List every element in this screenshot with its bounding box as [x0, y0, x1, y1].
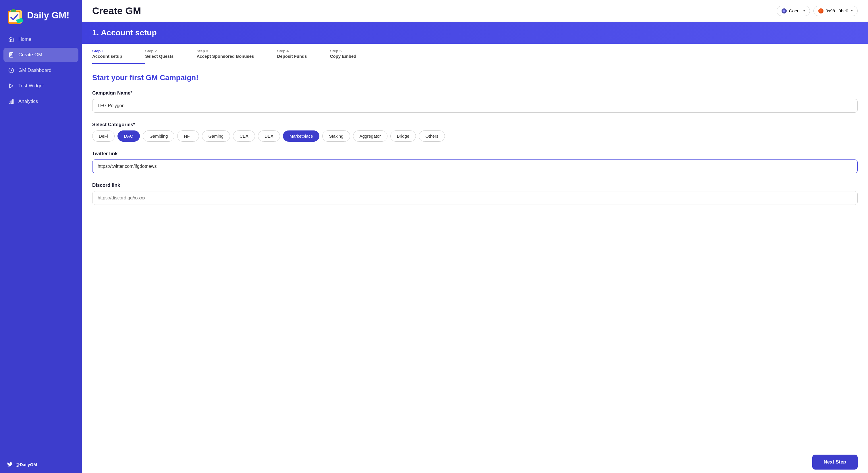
logo-text: Daily GM!	[27, 10, 69, 21]
category-tag-gaming[interactable]: Gaming	[202, 130, 230, 142]
step-5-label-top: Step 5	[330, 49, 356, 53]
twitter-link-input[interactable]	[92, 159, 858, 173]
wallet-address: 0x98...0be0	[826, 8, 848, 13]
category-tag-dao[interactable]: DAO	[118, 130, 140, 142]
page-title: Create GM	[92, 5, 141, 17]
wallet-selector[interactable]: 0x98...0be0 ▾	[813, 6, 858, 16]
app-header: Create GM Goerli ▾ 0x98...0be0 ▾	[82, 0, 868, 22]
step-4-label-top: Step 4	[277, 49, 307, 53]
categories-field: Select Categories* DeFiDAOGamblingNFTGam…	[92, 122, 858, 142]
category-tag-marketplace[interactable]: Marketplace	[283, 130, 320, 142]
step-4[interactable]: Step 4 Deposit Funds	[277, 44, 330, 64]
discord-link-field: Discord link	[92, 182, 858, 205]
twitter-link-label: Twitter link	[92, 151, 858, 157]
svg-point-18	[783, 10, 785, 12]
analytics-icon	[8, 98, 14, 105]
header-controls: Goerli ▾ 0x98...0be0 ▾	[777, 6, 858, 16]
campaign-name-input[interactable]	[92, 99, 858, 113]
sidebar-logo: Daily GM!	[0, 0, 82, 32]
next-step-button[interactable]: Next Step	[812, 454, 858, 470]
home-icon	[8, 36, 14, 42]
step-5[interactable]: Step 5 Copy Embed	[330, 44, 379, 64]
step-3[interactable]: Step 3 Accept Sponsored Bonuses	[196, 44, 277, 64]
main-area: Create GM Goerli ▾ 0x98...0be0 ▾ 1. Acco…	[82, 0, 868, 473]
svg-line-14	[11, 70, 12, 71]
sidebar-item-test-widget[interactable]: Test Widget	[3, 79, 79, 93]
twitter-icon	[7, 462, 13, 467]
step-1-label-top: Step 1	[92, 49, 122, 53]
svg-rect-16	[11, 101, 11, 104]
network-chevron-icon: ▾	[803, 9, 805, 13]
step-banner-title: 1. Account setup	[92, 28, 157, 37]
wallet-icon	[818, 8, 824, 13]
category-tag-nft[interactable]: NFT	[177, 130, 199, 142]
campaign-name-field: Campaign Name*	[92, 90, 858, 113]
category-tag-aggregator[interactable]: Aggregator	[353, 130, 388, 142]
step-2-label-bottom: Select Quests	[145, 54, 174, 59]
gm-dashboard-icon	[8, 67, 14, 73]
create-gm-icon	[8, 52, 14, 58]
category-tag-staking[interactable]: Staking	[322, 130, 350, 142]
step-3-label-top: Step 3	[196, 49, 254, 53]
network-label: Goerli	[789, 8, 801, 13]
sidebar-item-home[interactable]: Home	[3, 32, 79, 47]
sidebar-item-test-widget-label: Test Widget	[19, 83, 44, 89]
step-2[interactable]: Step 2 Select Quests	[145, 44, 196, 64]
step-4-label-bottom: Deposit Funds	[277, 54, 307, 59]
twitter-handle: @DailyGM	[16, 462, 37, 467]
sidebar: Daily GM! Home Create GM	[0, 0, 82, 473]
svg-point-7	[17, 19, 18, 20]
category-tag-others[interactable]: Others	[419, 130, 445, 142]
category-tag-bridge[interactable]: Bridge	[390, 130, 416, 142]
content-area: 1. Account setup Step 1 Account setup St…	[82, 22, 868, 473]
sidebar-item-analytics-label: Analytics	[19, 98, 38, 104]
category-tag-dex[interactable]: DEX	[258, 130, 280, 142]
svg-rect-17	[12, 99, 13, 104]
step-2-label-top: Step 2	[145, 49, 174, 53]
category-tag-defi[interactable]: DeFi	[92, 130, 115, 142]
sidebar-twitter[interactable]: @DailyGM	[0, 456, 82, 473]
step-1-label-bottom: Account setup	[92, 54, 122, 59]
category-tag-gambling[interactable]: Gambling	[143, 130, 174, 142]
discord-link-label: Discord link	[92, 182, 858, 188]
wallet-chevron-icon: ▾	[851, 9, 853, 13]
svg-rect-15	[9, 102, 10, 104]
form-section-title: Start your first GM Campaign!	[92, 73, 858, 82]
category-tag-cex[interactable]: CEX	[233, 130, 255, 142]
step-3-label-bottom: Accept Sponsored Bonuses	[196, 54, 254, 59]
sidebar-item-gm-dashboard[interactable]: GM Dashboard	[3, 63, 79, 78]
sidebar-nav: Home Create GM GM	[0, 32, 82, 456]
form-area: Start your first GM Campaign! Campaign N…	[82, 64, 868, 237]
twitter-link-field: Twitter link	[92, 151, 858, 173]
svg-rect-5	[12, 9, 14, 11]
network-icon	[781, 8, 787, 13]
campaign-name-label: Campaign Name*	[92, 90, 858, 96]
step-1[interactable]: Step 1 Account setup	[92, 44, 145, 64]
categories-row: DeFiDAOGamblingNFTGamingCEXDEXMarketplac…	[92, 130, 858, 142]
footer-bar: Next Step	[82, 451, 868, 473]
sidebar-item-analytics[interactable]: Analytics	[3, 94, 79, 109]
logo-icon	[7, 7, 24, 24]
network-selector[interactable]: Goerli ▾	[777, 6, 810, 16]
sidebar-item-create-gm-label: Create GM	[19, 52, 42, 58]
discord-link-input[interactable]	[92, 191, 858, 205]
step-banner: 1. Account setup	[82, 22, 868, 44]
steps-navigation: Step 1 Account setup Step 2 Select Quest…	[82, 44, 868, 64]
sidebar-item-home-label: Home	[19, 36, 31, 42]
step-5-label-bottom: Copy Embed	[330, 54, 356, 59]
test-widget-icon	[8, 83, 14, 89]
categories-label: Select Categories*	[92, 122, 858, 127]
sidebar-item-gm-dashboard-label: GM Dashboard	[19, 67, 52, 73]
sidebar-item-create-gm[interactable]: Create GM	[3, 48, 79, 62]
